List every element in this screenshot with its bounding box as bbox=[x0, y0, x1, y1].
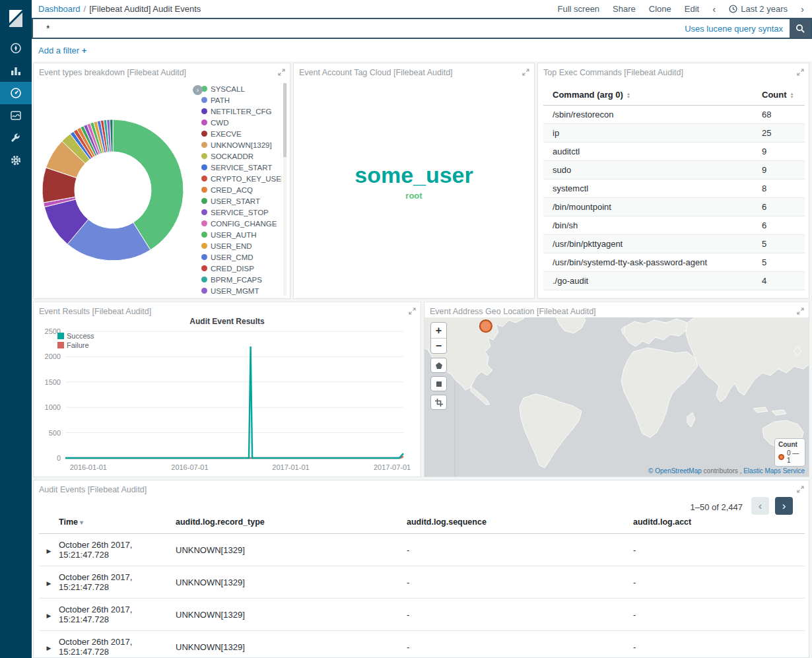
audit-table-row[interactable]: ▶October 26th 2017, 15:21:47.728UNKNOWN[… bbox=[39, 599, 805, 631]
column-header-record-type[interactable]: auditd.log.record_type bbox=[176, 512, 407, 534]
legend-item[interactable]: CWD bbox=[201, 117, 282, 128]
audit-table-row[interactable]: ▶October 26th 2017, 15:21:47.728UNKNOWN[… bbox=[39, 534, 805, 566]
legend-item[interactable]: SYSCALL bbox=[201, 83, 282, 94]
legend-item[interactable]: CRYPTO_SESSION bbox=[201, 296, 282, 298]
kibana-logo[interactable] bbox=[0, 0, 32, 37]
sidebar-item-dashboard[interactable] bbox=[0, 82, 32, 104]
expand-panel-icon[interactable] bbox=[522, 68, 529, 78]
full-screen-button[interactable]: Full screen bbox=[558, 4, 600, 14]
expand-row-icon[interactable]: ▶ bbox=[47, 612, 51, 619]
expand-panel-icon[interactable] bbox=[409, 307, 416, 317]
legend-color-dot bbox=[201, 288, 207, 294]
column-header-sequence[interactable]: auditd.log.sequence bbox=[407, 512, 633, 534]
crop-bounds-button[interactable] bbox=[430, 395, 447, 410]
time-forward-button[interactable]: › bbox=[801, 4, 804, 14]
exec-table-row[interactable]: ./go-audit4 bbox=[543, 272, 805, 290]
legend-item[interactable]: CRYPTO_KEY_USER bbox=[201, 173, 282, 184]
add-filter-button[interactable]: Add a filter + bbox=[38, 46, 86, 55]
exec-table-row[interactable]: /usr/bin/systemd-tty-ask-password-agent5 bbox=[543, 253, 805, 272]
elastic-maps-link[interactable]: Elastic Maps Service bbox=[743, 467, 805, 475]
legend-item[interactable]: UNKNOWN[1329] bbox=[201, 139, 282, 150]
legend-item-failure[interactable]: Failure bbox=[57, 341, 94, 350]
legend-item[interactable]: SOCKADDR bbox=[201, 150, 282, 162]
search-button[interactable] bbox=[790, 19, 811, 38]
exec-table-row[interactable]: /bin/mountpoint6 bbox=[543, 198, 805, 216]
legend-item[interactable]: SERVICE_START bbox=[201, 162, 282, 173]
expand-panel-icon[interactable] bbox=[797, 485, 804, 495]
column-header-acct[interactable]: auditd.log.acct bbox=[633, 512, 805, 534]
legend-item[interactable]: CRED_DISP bbox=[201, 263, 282, 274]
exec-table-row[interactable]: /usr/bin/pkttyagent5 bbox=[543, 235, 805, 253]
legend-item[interactable]: EXECVE bbox=[201, 128, 282, 139]
legend-item[interactable]: CRED_ACQ bbox=[201, 184, 282, 195]
sidebar-item-discover[interactable] bbox=[0, 37, 32, 59]
expand-panel-icon[interactable] bbox=[797, 68, 804, 78]
search-icon bbox=[795, 24, 805, 33]
exec-table-row[interactable]: sudo9 bbox=[543, 161, 805, 180]
legend-item[interactable]: USER_START bbox=[201, 195, 282, 207]
legend-item[interactable]: SERVICE_STOP bbox=[201, 207, 282, 218]
time-picker[interactable]: Last 2 years bbox=[729, 4, 788, 14]
legend-color-dot bbox=[201, 254, 207, 260]
breadcrumb-dashboard[interactable]: Dashboard bbox=[38, 4, 81, 14]
exec-table-row[interactable]: /bin/sh6 bbox=[543, 216, 805, 235]
zoom-in-button[interactable]: + bbox=[431, 323, 446, 338]
column-header-time[interactable]: Time▾ bbox=[59, 512, 176, 534]
draw-rectangle-button[interactable] bbox=[430, 376, 447, 391]
legend-item[interactable]: NETFILTER_CFG bbox=[201, 106, 282, 117]
audit-table-row[interactable]: ▶October 26th 2017, 15:21:47.728UNKNOWN[… bbox=[39, 631, 805, 658]
time-back-button[interactable]: ‹ bbox=[712, 4, 716, 14]
exec-table-row[interactable]: ip25 bbox=[543, 124, 805, 143]
clone-button[interactable]: Clone bbox=[649, 4, 671, 14]
timelion-wave-icon bbox=[10, 110, 22, 121]
expand-row-icon[interactable]: ▶ bbox=[47, 580, 51, 587]
scrollbar-thumb[interactable] bbox=[283, 83, 287, 157]
donut-chart bbox=[34, 111, 192, 269]
expand-row-icon[interactable]: ▶ bbox=[47, 645, 51, 651]
sidebar-item-timelion[interactable] bbox=[0, 104, 32, 127]
tag-root[interactable]: root bbox=[405, 191, 422, 200]
x-tick-label: 2017-07-01 bbox=[374, 463, 411, 471]
expand-row-icon[interactable]: ▶ bbox=[47, 548, 51, 554]
pie-legend: SYSCALLPATHNETFILTER_CFGCWDEXECVEUNKNOWN… bbox=[201, 83, 282, 298]
panel-title: Event Results [Filebeat Auditd] bbox=[34, 302, 406, 316]
tag-some_user[interactable]: some_user bbox=[355, 164, 473, 186]
exec-table-row[interactable]: systemctl8 bbox=[543, 180, 805, 198]
acct-cell: - bbox=[633, 599, 805, 631]
exec-table-row[interactable]: auditctl9 bbox=[543, 143, 805, 161]
attribution-text: contributors , bbox=[702, 467, 743, 475]
exec-command-cell: /bin/mountpoint bbox=[543, 198, 753, 216]
draw-polygon-button[interactable] bbox=[430, 358, 447, 373]
sidebar-item-dev-tools[interactable] bbox=[0, 127, 32, 149]
sidebar-item-management[interactable] bbox=[0, 149, 32, 172]
breadcrumb-current: [Filebeat Auditd] Audit Events bbox=[89, 4, 201, 14]
expand-panel-icon[interactable] bbox=[278, 68, 285, 78]
audit-table-row[interactable]: ▶October 26th 2017, 15:21:47.728UNKNOWN[… bbox=[39, 566, 805, 599]
sidebar-item-visualize[interactable] bbox=[0, 59, 32, 82]
osm-attribution-link[interactable]: © OpenStreetMap bbox=[648, 467, 702, 475]
search-input[interactable] bbox=[33, 19, 685, 38]
legend-item[interactable]: USER_END bbox=[201, 240, 282, 251]
exec-table-row[interactable]: /sbin/restorecon68 bbox=[543, 106, 805, 124]
breadcrumb-separator: / bbox=[84, 4, 86, 14]
pagination-label: 1–50 of 2,447 bbox=[690, 502, 743, 512]
legend-item[interactable]: USER_MGMT bbox=[201, 285, 282, 296]
expand-panel-icon[interactable] bbox=[797, 307, 804, 317]
legend-color-dot bbox=[201, 243, 207, 249]
world-map[interactable] bbox=[424, 317, 809, 477]
legend-item[interactable]: USER_AUTH bbox=[201, 229, 282, 240]
legend-item[interactable]: PATH bbox=[201, 94, 282, 106]
legend-item[interactable]: CONFIG_CHANGE bbox=[201, 218, 282, 229]
column-header-count[interactable]: Count▲▼ bbox=[753, 84, 805, 106]
legend-item[interactable]: USER_CMD bbox=[201, 251, 282, 263]
geo-marker[interactable] bbox=[480, 320, 492, 332]
legend-scrollbar[interactable] bbox=[283, 83, 287, 296]
zoom-out-button[interactable]: − bbox=[431, 338, 446, 353]
edit-button[interactable]: Edit bbox=[685, 4, 699, 14]
column-header-command[interactable]: Command (arg 0)▲▼ bbox=[543, 84, 753, 106]
legend-item-success[interactable]: Success bbox=[57, 331, 94, 341]
lucene-syntax-link[interactable]: Uses lucene query syntax bbox=[685, 24, 783, 34]
share-button[interactable]: Share bbox=[613, 4, 636, 14]
legend-item[interactable]: BPRM_FCAPS bbox=[201, 274, 282, 285]
legend-toggle-icon[interactable]: › bbox=[193, 85, 203, 95]
